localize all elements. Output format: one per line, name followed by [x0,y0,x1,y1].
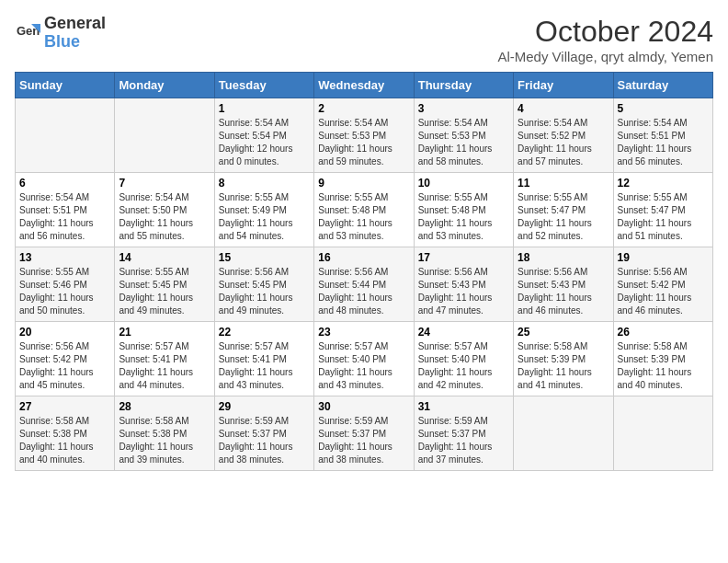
day-info: Sunrise: 5:56 AMSunset: 5:43 PMDaylight:… [518,266,609,317]
logo-icon: Gen [15,20,40,46]
week-row-5: 27Sunrise: 5:58 AMSunset: 5:38 PMDayligh… [16,396,713,471]
day-info: Sunrise: 5:57 AMSunset: 5:40 PMDaylight:… [418,340,509,392]
day-cell: 3Sunrise: 5:54 AMSunset: 5:53 PMDaylight… [414,98,513,173]
header-wednesday: Wednesday [314,73,414,98]
day-info: Sunrise: 5:55 AMSunset: 5:46 PMDaylight:… [19,266,110,317]
calendar-header: SundayMondayTuesdayWednesdayThursdayFrid… [16,73,713,98]
day-info: Sunrise: 5:55 AMSunset: 5:47 PMDaylight:… [618,191,709,243]
header-monday: Monday [115,73,214,98]
day-info: Sunrise: 5:56 AMSunset: 5:44 PMDaylight:… [318,266,409,317]
day-cell: 19Sunrise: 5:56 AMSunset: 5:42 PMDayligh… [613,247,712,322]
day-number: 26 [618,326,709,339]
header-tuesday: Tuesday [214,73,313,98]
day-info: Sunrise: 5:54 AMSunset: 5:53 PMDaylight:… [418,117,509,168]
day-number: 2 [318,102,409,115]
day-cell: 14Sunrise: 5:55 AMSunset: 5:45 PMDayligh… [115,247,214,322]
day-info: Sunrise: 5:55 AMSunset: 5:48 PMDaylight:… [418,191,509,243]
day-number: 6 [19,177,110,190]
day-number: 13 [19,251,110,264]
day-number: 25 [518,326,609,339]
day-number: 1 [219,102,310,115]
page-header: Gen General Blue October 2024 Al-Medy Vi… [15,15,713,64]
day-number: 28 [119,400,210,413]
day-info: Sunrise: 5:57 AMSunset: 5:41 PMDaylight:… [219,340,310,392]
day-cell: 10Sunrise: 5:55 AMSunset: 5:48 PMDayligh… [414,173,513,247]
day-number: 12 [618,177,709,190]
day-cell: 20Sunrise: 5:56 AMSunset: 5:42 PMDayligh… [16,322,115,396]
header-row: SundayMondayTuesdayWednesdayThursdayFrid… [16,73,713,98]
day-number: 27 [19,400,110,413]
day-cell: 17Sunrise: 5:56 AMSunset: 5:43 PMDayligh… [414,247,513,322]
day-number: 20 [19,326,110,339]
day-info: Sunrise: 5:57 AMSunset: 5:41 PMDaylight:… [119,340,210,392]
day-number: 18 [518,251,609,264]
calendar-body: 1Sunrise: 5:54 AMSunset: 5:54 PMDaylight… [16,98,713,471]
day-number: 5 [618,102,709,115]
day-info: Sunrise: 5:59 AMSunset: 5:37 PMDaylight:… [418,415,509,466]
calendar-table: SundayMondayTuesdayWednesdayThursdayFrid… [15,72,713,471]
day-cell: 5Sunrise: 5:54 AMSunset: 5:51 PMDaylight… [613,98,712,173]
day-number: 14 [119,251,210,264]
day-info: Sunrise: 5:54 AMSunset: 5:51 PMDaylight:… [19,191,110,243]
day-number: 16 [318,251,409,264]
day-cell: 8Sunrise: 5:55 AMSunset: 5:49 PMDaylight… [214,173,313,247]
day-number: 11 [518,177,609,190]
day-info: Sunrise: 5:58 AMSunset: 5:39 PMDaylight:… [618,340,709,392]
day-cell: 13Sunrise: 5:55 AMSunset: 5:46 PMDayligh… [16,247,115,322]
header-friday: Friday [514,73,613,98]
day-cell: 27Sunrise: 5:58 AMSunset: 5:38 PMDayligh… [16,396,115,471]
day-number: 24 [418,326,509,339]
day-cell: 29Sunrise: 5:59 AMSunset: 5:37 PMDayligh… [214,396,313,471]
day-cell: 11Sunrise: 5:55 AMSunset: 5:47 PMDayligh… [514,173,613,247]
day-number: 23 [318,326,409,339]
logo: Gen General Blue [15,15,106,52]
day-number: 10 [418,177,509,190]
day-info: Sunrise: 5:55 AMSunset: 5:49 PMDaylight:… [219,191,310,243]
day-number: 3 [418,102,509,115]
logo-general: General [44,15,106,33]
day-cell: 7Sunrise: 5:54 AMSunset: 5:50 PMDaylight… [115,173,214,247]
day-info: Sunrise: 5:56 AMSunset: 5:42 PMDaylight:… [618,266,709,317]
day-info: Sunrise: 5:58 AMSunset: 5:39 PMDaylight:… [518,340,609,392]
day-cell: 6Sunrise: 5:54 AMSunset: 5:51 PMDaylight… [16,173,115,247]
day-cell: 9Sunrise: 5:55 AMSunset: 5:48 PMDaylight… [314,173,414,247]
day-cell: 2Sunrise: 5:54 AMSunset: 5:53 PMDaylight… [314,98,414,173]
day-cell [613,396,712,471]
day-cell: 4Sunrise: 5:54 AMSunset: 5:52 PMDaylight… [514,98,613,173]
day-number: 30 [318,400,409,413]
day-number: 7 [119,177,210,190]
day-info: Sunrise: 5:55 AMSunset: 5:48 PMDaylight:… [318,191,409,243]
day-info: Sunrise: 5:54 AMSunset: 5:54 PMDaylight:… [219,117,310,168]
day-info: Sunrise: 5:55 AMSunset: 5:45 PMDaylight:… [119,266,210,317]
day-info: Sunrise: 5:57 AMSunset: 5:40 PMDaylight:… [318,340,409,392]
logo-blue: Blue [44,33,106,52]
month-title: October 2024 [497,15,713,49]
day-cell: 16Sunrise: 5:56 AMSunset: 5:44 PMDayligh… [314,247,414,322]
day-info: Sunrise: 5:59 AMSunset: 5:37 PMDaylight:… [219,415,310,466]
day-info: Sunrise: 5:59 AMSunset: 5:37 PMDaylight:… [318,415,409,466]
day-cell: 31Sunrise: 5:59 AMSunset: 5:37 PMDayligh… [414,396,513,471]
day-number: 19 [618,251,709,264]
day-cell: 15Sunrise: 5:56 AMSunset: 5:45 PMDayligh… [214,247,313,322]
day-cell: 30Sunrise: 5:59 AMSunset: 5:37 PMDayligh… [314,396,414,471]
day-info: Sunrise: 5:55 AMSunset: 5:47 PMDaylight:… [518,191,609,243]
day-info: Sunrise: 5:58 AMSunset: 5:38 PMDaylight:… [19,415,110,466]
day-cell: 25Sunrise: 5:58 AMSunset: 5:39 PMDayligh… [514,322,613,396]
day-number: 31 [418,400,509,413]
day-cell [514,396,613,471]
title-block: October 2024 Al-Medy Village, qryt almdy… [497,15,713,64]
day-cell: 12Sunrise: 5:55 AMSunset: 5:47 PMDayligh… [613,173,712,247]
day-info: Sunrise: 5:56 AMSunset: 5:43 PMDaylight:… [418,266,509,317]
day-info: Sunrise: 5:58 AMSunset: 5:38 PMDaylight:… [119,415,210,466]
day-number: 4 [518,102,609,115]
day-info: Sunrise: 5:54 AMSunset: 5:53 PMDaylight:… [318,117,409,168]
day-cell [115,98,214,173]
day-number: 9 [318,177,409,190]
day-cell [16,98,115,173]
day-cell: 21Sunrise: 5:57 AMSunset: 5:41 PMDayligh… [115,322,214,396]
header-saturday: Saturday [613,73,712,98]
day-number: 8 [219,177,310,190]
location-title: Al-Medy Village, qryt almdy, Yemen [497,49,713,64]
day-cell: 28Sunrise: 5:58 AMSunset: 5:38 PMDayligh… [115,396,214,471]
day-info: Sunrise: 5:54 AMSunset: 5:50 PMDaylight:… [119,191,210,243]
